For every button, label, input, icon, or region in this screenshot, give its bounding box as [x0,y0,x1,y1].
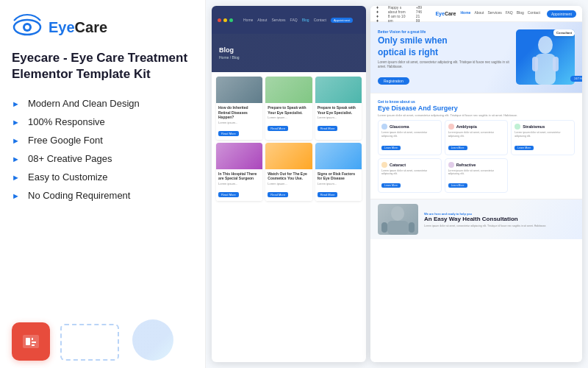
blog-card-text-5: Lorem ipsum... [268,182,309,185]
hero-appt-btn[interactable]: Appointment [547,10,576,18]
bottom-area [12,314,193,361]
feature-item-4: ► 08+ Creative Pages [12,149,193,168]
svg-rect-3 [23,335,39,348]
disease-card-refractive: Refractive Lorem ipsum dolor sit amet, c… [445,158,509,194]
eye-desc: Lorem ipsum dolor sit amet, consectetur … [378,113,575,117]
learn-btn-3[interactable]: Learn More [514,146,534,150]
disease-name-3: Strabismus [523,124,545,129]
eye-title-pre: Eye [378,105,390,112]
hero-nav: Home About Services FAQ Blog Contact App… [461,10,577,18]
blog-card-title-6: Signs or Risk Factors for Eye Disease [318,171,359,181]
logo-area: EyeCare [12,13,193,41]
svg-rect-9 [535,54,556,85]
blog-nav-contact: Contact [314,18,326,23]
eye-disease-section: Get to know about us Eye Disease And Sur… [370,93,582,199]
consult-desc: Lorem ipsum dolor sit amet, consectetur … [424,224,575,227]
chevron-icon-3: ► [12,136,22,145]
registration-button[interactable]: Registration [378,77,409,85]
blog-hero-title: Blog [219,46,240,54]
learn-btn-1[interactable]: Learn More [381,146,401,150]
chevron-icon-5: ► [12,173,22,182]
svg-rect-15 [409,222,415,233]
hero-tagline: Better Vision for a great life [378,29,510,34]
blog-nav-about: About [257,18,267,23]
feature-label-1: Modern And Clean Design [28,98,140,109]
svg-rect-14 [381,222,387,233]
right-panel: const dg = document.querySelector('.dot-… [206,0,588,368]
blog-card-text-3: Lorem ipsum... [318,116,359,119]
blog-appt-btn[interactable]: Appointment [331,18,353,23]
disease-dot-1 [381,124,387,130]
disease-card-glaucoma: Glaucoma Lorem ipsum dolor sit amet, con… [378,120,442,155]
blog-read-btn-5[interactable]: Read More [268,192,288,197]
hero-desc: Lorem ipsum dolor sit amet, consectetur … [378,60,510,70]
blog-read-btn-4[interactable]: Read More [218,192,239,197]
hero-logo-care: Care [445,11,456,16]
blog-nav-home: Home [243,18,253,23]
blog-card-body-2: Prepare to Speak with Your Eye Specialis… [265,103,312,135]
disease-icon-row-3: Strabismus [514,124,571,130]
blog-nav: Home About Services FAQ Blog Contact App… [243,18,353,23]
blog-card-1: How do Inherited Retinal Diseases Happen… [216,77,262,140]
hero-topbar: ♦ ♦ ♦ ♦ Happy s about from 8 am to 10 pm… [370,6,582,22]
blog-card-img-4 [216,143,262,169]
hero-title-pre: Only smile when [378,35,448,46]
blog-card-title-2: Prepare to Speak with Your Eye Specialis… [268,105,309,115]
disease-dot-4 [381,162,387,168]
svg-point-8 [538,36,553,54]
support-badge: 24/7 Help center [570,76,582,82]
hero-title: Only smile when optical is right [378,35,510,58]
blog-card-4: In This Hospital There are Special Surge… [216,143,262,201]
svg-point-2 [25,25,29,29]
consult-title: An Easy Way Health Consultation [424,216,575,223]
feature-item-3: ► Free Google Font [12,131,193,149]
learn-btn-2[interactable]: Learn More [448,146,467,150]
disease-name-4: Cataract [390,163,406,167]
hero-title-em: optical [378,47,406,57]
blog-card-img-2 [265,77,312,103]
hero-nav-services: Services [487,10,501,18]
elementor-badge [12,322,50,361]
disease-card-strabismus: Strabismus Lorem ipsum dolor sit amet, c… [511,120,575,155]
blog-read-btn-6[interactable]: Read More [318,192,338,197]
feature-item-6: ► No Coding Requirement [12,186,193,205]
blog-card-grid: How do Inherited Retinal Diseases Happen… [216,77,362,201]
consult-doctor-svg [378,204,418,235]
blog-read-btn-3[interactable]: Read More [318,126,338,131]
dot-green [229,18,233,22]
disease-dot-5 [448,162,454,168]
learn-btn-5[interactable]: Learn More [448,183,467,188]
disease-icon-row-2: Amblyopia [448,124,505,130]
eye-title-post: Disease And Surgery [392,105,458,112]
disease-name-2: Amblyopia [456,124,477,129]
svg-rect-5 [32,338,33,340]
eye-section-title: Eye Disease And Surgery [378,105,575,112]
disease-name-5: Refractive [456,163,476,167]
feature-label-5: Easy to Customize [28,171,107,183]
hero-mockup: ♦ ♦ ♦ ♦ Happy s about from 8 am to 10 pm… [370,6,582,362]
blog-read-btn-2[interactable]: Read More [268,126,288,131]
hero-nav-faq: FAQ [506,10,513,18]
disease-icon-row-1: Glaucoma [381,124,438,130]
svg-rect-13 [387,221,409,235]
doctor-silhouette [526,35,564,85]
blog-card-body-1: How do Inherited Retinal Diseases Happen… [216,103,262,140]
blog-read-btn-1[interactable]: Read More [218,131,239,136]
blog-mockup: Home About Services FAQ Blog Contact App… [212,6,366,362]
consultant-badge: Consultant [553,29,575,36]
logo-eye: Eye [49,19,75,35]
logo-care: Care [75,19,107,35]
disease-dot-2 [448,124,454,130]
svg-rect-7 [32,344,35,346]
learn-btn-4[interactable]: Learn More [381,183,401,188]
blog-content: How do Inherited Retinal Diseases Happen… [212,72,366,362]
disease-card-amblyopia: Amblyopia Lorem ipsum dolor sit amet, co… [445,120,509,155]
svg-rect-4 [26,338,30,345]
disease-text-3: Lorem ipsum dolor sit amet, consectetur … [514,131,571,138]
logo-text: EyeCare [49,19,107,36]
blog-card-img-5 [265,143,312,169]
blog-card-body-5: Watch Out for The Eye Cosmetics You Use.… [265,169,312,201]
hero-logo: EyeCare [435,11,456,16]
hero-text-block: Better Vision for a great life Only smil… [378,29,510,85]
feature-label-3: Free Google Font [28,135,103,146]
